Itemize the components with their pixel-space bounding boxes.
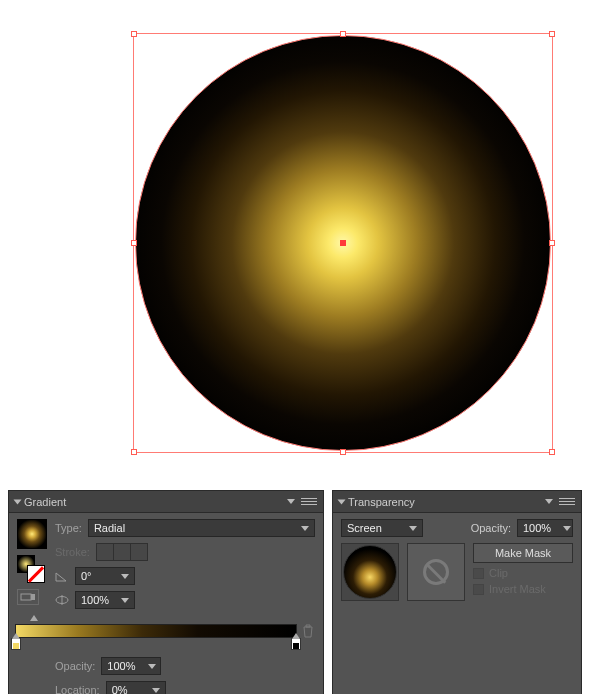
gradient-left-column [17,519,47,694]
tp-opacity-label: Opacity: [471,522,511,534]
svg-rect-1 [31,594,35,600]
collapse-toggle-icon[interactable] [14,499,22,504]
gradient-circle[interactable] [135,35,551,451]
stop-opacity-value: 100% [107,660,135,672]
dropdown-arrow-icon [121,574,129,579]
stroke-align-group [96,543,148,561]
stroke-align-3[interactable] [130,543,148,561]
panel-minimize-icon[interactable] [287,499,295,504]
fill-stroke-swatches[interactable] [17,555,45,583]
transparency-panel-title: Transparency [348,496,415,508]
selected-artwork[interactable] [133,33,553,453]
opacity-label: Opacity: [55,660,95,672]
trash-icon[interactable] [301,623,315,639]
gradient-panel: Gradient Type: Radial [8,490,324,694]
gradient-tool-icon[interactable] [17,589,39,605]
handle-bot-right[interactable] [549,449,555,455]
gradient-stop-start[interactable] [11,638,21,650]
stop-location-value: 0% [112,684,128,694]
dropdown-arrow-icon [563,526,571,531]
stroke-align-2[interactable] [113,543,131,561]
invert-label: Invert Mask [489,583,546,595]
checkbox-icon [473,568,484,579]
dropdown-arrow-icon [152,688,160,693]
invert-checkbox: Invert Mask [473,583,573,595]
mask-thumbnail[interactable] [407,543,465,601]
collapse-toggle-icon[interactable] [338,499,346,504]
gradient-main-column: Type: Radial Stroke: [55,519,315,694]
transparency-panel-header: Transparency [333,491,581,513]
panels-row: Gradient Type: Radial [8,490,582,694]
angle-field[interactable]: 0° [75,567,135,585]
dropdown-arrow-icon [148,664,156,669]
handle-bot-left[interactable] [131,449,137,455]
gradient-ramp[interactable] [15,615,315,649]
gradient-preview-swatch[interactable] [17,519,47,549]
make-mask-button[interactable]: Make Mask [473,543,573,563]
gradient-track[interactable] [15,624,297,638]
gradient-panel-title: Gradient [24,496,66,508]
tp-opacity-field[interactable]: 100% [517,519,573,537]
transparency-panel: Transparency Screen Opacity: 100% [332,490,582,694]
tp-opacity-value: 100% [523,522,551,534]
stroke-label: Stroke: [55,546,90,558]
gradient-panel-tab[interactable]: Gradient [15,496,66,508]
blend-mode-value: Screen [347,522,382,534]
handle-top-left[interactable] [131,31,137,37]
dropdown-arrow-icon [121,598,129,603]
gradient-panel-header: Gradient [9,491,323,513]
panel-menu-icon[interactable] [301,495,317,509]
type-value: Radial [94,522,125,534]
aspect-value: 100% [81,594,109,606]
checkbox-icon [473,584,484,595]
aspect-field[interactable]: 100% [75,591,135,609]
type-select[interactable]: Radial [88,519,315,537]
stroke-align-1[interactable] [96,543,114,561]
angle-value: 0° [81,570,92,582]
handle-top-right[interactable] [549,31,555,37]
panel-menu-icon[interactable] [559,495,575,509]
aspect-icon [55,594,69,606]
transparency-panel-tab[interactable]: Transparency [339,496,415,508]
blend-mode-select[interactable]: Screen [341,519,423,537]
stop-opacity-field[interactable]: 100% [101,657,161,675]
gradient-midpoint-marker[interactable] [30,615,38,621]
panel-minimize-icon[interactable] [545,499,553,504]
object-thumbnail[interactable] [341,543,399,601]
clip-checkbox: Clip [473,567,573,579]
angle-icon [55,570,69,582]
type-label: Type: [55,522,82,534]
clip-label: Clip [489,567,508,579]
make-mask-label: Make Mask [495,547,551,559]
dropdown-arrow-icon [409,526,417,531]
stroke-swatch[interactable] [27,565,45,583]
no-mask-icon [423,559,449,585]
stop-location-field[interactable]: 0% [106,681,166,694]
svg-rect-0 [21,594,31,600]
canvas-area [25,8,575,483]
dropdown-arrow-icon [301,526,309,531]
location-label: Location: [55,684,100,694]
gradient-stop-end[interactable] [291,638,301,650]
